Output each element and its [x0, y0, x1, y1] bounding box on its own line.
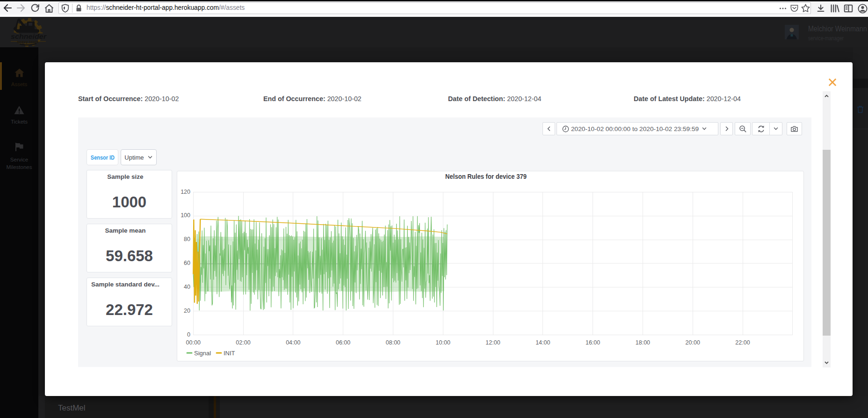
- svg-text:20:00: 20:00: [686, 339, 700, 346]
- svg-text:40: 40: [184, 284, 190, 290]
- svg-text:00:00: 00:00: [186, 339, 201, 346]
- svg-text:schneider: schneider: [11, 33, 47, 40]
- svg-text:INIT: INIT: [224, 350, 235, 357]
- svg-text:20: 20: [184, 308, 190, 314]
- svg-text:100: 100: [181, 212, 190, 219]
- svg-text:06:00: 06:00: [336, 339, 350, 346]
- svg-text:Nelson Rules for device 379: Nelson Rules for device 379: [445, 172, 527, 180]
- svg-text:18:00: 18:00: [636, 339, 650, 346]
- svg-text:60: 60: [184, 260, 190, 266]
- svg-text:22:00: 22:00: [735, 339, 750, 346]
- svg-text:16:00: 16:00: [586, 339, 600, 346]
- svg-text:80: 80: [184, 236, 190, 242]
- svg-text:0: 0: [187, 331, 190, 338]
- svg-text:heavy tools: heavy tools: [17, 40, 39, 44]
- svg-text:12:00: 12:00: [485, 339, 500, 346]
- svg-text:14:00: 14:00: [535, 339, 550, 346]
- svg-text:120: 120: [181, 189, 190, 195]
- svg-text:10:00: 10:00: [436, 339, 450, 346]
- svg-text:08:00: 08:00: [386, 339, 400, 346]
- svg-text:02:00: 02:00: [236, 339, 250, 346]
- svg-text:04:00: 04:00: [286, 339, 300, 346]
- svg-text:Signal: Signal: [194, 350, 211, 357]
